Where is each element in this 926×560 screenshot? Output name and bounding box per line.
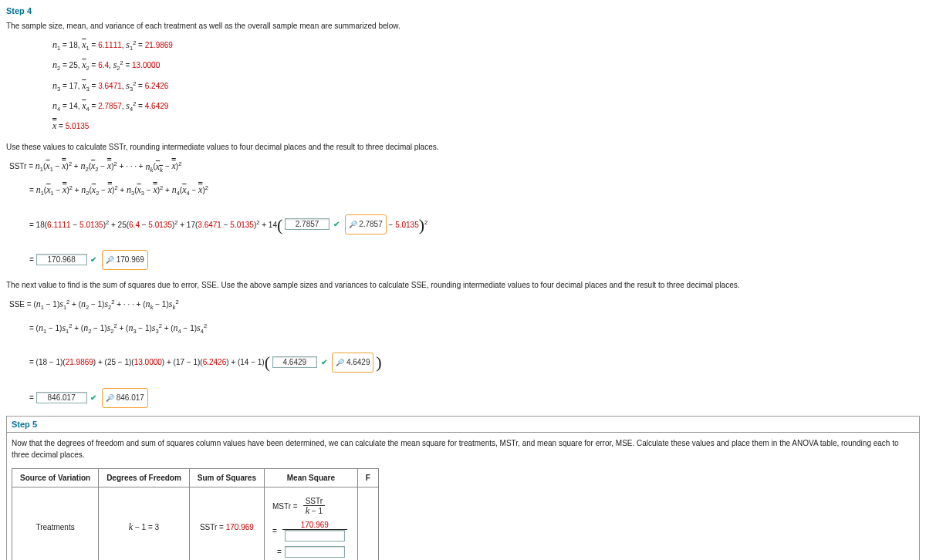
step5-title: Step 5 — [7, 417, 919, 433]
step4-intro: The sample size, mean, and variance of e… — [6, 20, 920, 32]
sstr-numeric: = 18(6.1111 − 5.0135)2 + 25(6.4 − 5.0135… — [29, 207, 920, 244]
col-ms: Mean Square — [264, 468, 357, 487]
group4-stats: n4 = 14, x4 = 2.7857, s42 = 4.6429 — [52, 100, 920, 113]
sse-result-input[interactable] — [36, 392, 87, 403]
sse-numeric: = (18 − 1)(21.9869) + (25 − 1)(13.0000) … — [29, 344, 920, 381]
sstr-expanded: = n1(x1 − x)2 + n2(x2 − x)2 + n3(x3 − x)… — [29, 180, 920, 201]
sse-s4-input[interactable] — [272, 356, 317, 368]
sstr-instructions: Use these values to calculate SSTr, roun… — [6, 141, 920, 153]
col-ss: Sum of Squares — [189, 468, 264, 487]
sstr-formula: SSTr = n1(x1 − x)2 + n2(x2 − x)2 + · · ·… — [9, 160, 920, 174]
grand-mean: x = 5.0135 — [52, 120, 920, 132]
sse-s4-hint[interactable]: 4.6429 — [332, 353, 373, 373]
group3-stats: n3 = 17, x3 = 3.6471, s32 = 6.2426 — [52, 80, 920, 93]
step5-container: Step 5 Now that the degrees of freedom a… — [6, 416, 920, 560]
check-icon: ✔ — [321, 358, 327, 366]
sse-formula: SSE = (n1 − 1)s12 + (n2 − 1)s22 + · · · … — [9, 299, 920, 312]
sstr-xbar4-input[interactable] — [285, 218, 330, 230]
sse-expanded: = (n1 − 1)s12 + (n2 − 1)s22 + (n3 − 1)s3… — [29, 318, 920, 339]
sstr-result-input[interactable] — [36, 254, 87, 265]
sse-instructions: The next value to find is the sum of squ… — [6, 279, 920, 291]
anova-table: Source of Variation Degrees of Freedom S… — [12, 468, 379, 560]
group2-stats: n2 = 25, x2 = 6.4, s22 = 13.0000 — [52, 59, 920, 72]
sstr-result-hint[interactable]: 170.969 — [102, 250, 148, 270]
mstr-result-input[interactable] — [285, 546, 345, 558]
col-f: F — [357, 468, 378, 487]
sstr-result-line: = ✔ 170.969 — [29, 250, 920, 270]
step5-intro: Now that the degrees of freedom and sum … — [7, 437, 919, 460]
check-icon: ✔ — [333, 220, 340, 228]
check-icon: ✔ — [90, 255, 96, 264]
sse-result-hint[interactable]: 846.017 — [102, 388, 148, 408]
step4-title: Step 4 — [6, 6, 920, 15]
check-icon: ✔ — [90, 393, 96, 402]
col-source: Source of Variation — [12, 468, 99, 487]
sstr-xbar4-hint[interactable]: 2.7857 — [345, 214, 387, 234]
col-df: Degrees of Freedom — [99, 468, 190, 487]
group1-stats: n1 = 18, x1 = 6.1111, s12 = 21.9869 — [52, 39, 920, 52]
sse-result-line: = ✔ 846.017 — [29, 388, 920, 408]
table-row-treatments: Treatments k − 1 = 3 SSTr = 170.969 MSTr… — [12, 487, 379, 560]
mstr-den-input[interactable] — [285, 530, 345, 541]
